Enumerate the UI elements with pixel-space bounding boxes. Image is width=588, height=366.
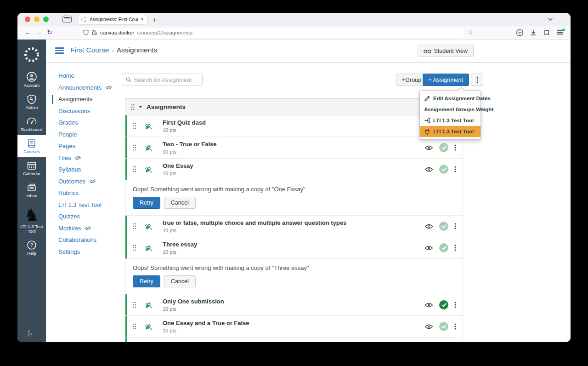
assignment-title[interactable]: One Essay <box>163 162 193 170</box>
assignment-title[interactable]: Two - True or False <box>163 141 217 148</box>
drag-handle-icon[interactable] <box>131 104 135 110</box>
visibility-eye-icon[interactable] <box>424 223 433 229</box>
visibility-eye-icon[interactable] <box>424 145 433 151</box>
visibility-eye-icon[interactable] <box>424 166 433 172</box>
course-nav-item[interactable]: Collaborations <box>58 234 127 246</box>
assignment-row[interactable]: Only One submission 10 pts <box>125 294 463 316</box>
course-nav-item[interactable]: Modules <box>58 223 127 234</box>
sidebar-item-account[interactable]: Account <box>17 68 46 91</box>
course-nav-item[interactable]: Home <box>58 70 127 82</box>
downloads-icon[interactable] <box>530 29 537 36</box>
collapse-group-caret-icon[interactable] <box>139 106 142 108</box>
course-nav-item[interactable]: Settings <box>58 246 127 258</box>
sidebar-item-calendar[interactable]: Calendar <box>17 157 46 179</box>
assignment-row[interactable]: true or false, multiple choice and multi… <box>125 216 463 237</box>
course-nav-item[interactable]: LTI 1.3 Test Tool <box>58 199 127 211</box>
bookmark-star-icon[interactable]: ☆ <box>468 29 473 36</box>
course-nav-item[interactable]: Syllabus <box>58 164 127 176</box>
drag-handle-icon[interactable] <box>133 166 136 172</box>
list-tabs-chevron-icon[interactable] <box>548 17 553 22</box>
row-kebab-icon[interactable] <box>454 144 456 151</box>
add-assignment-button[interactable]: + Assignment <box>423 74 469 86</box>
sidebar-item-inbox[interactable]: Inbox <box>17 179 46 201</box>
assignment-title[interactable]: Only One submission <box>163 298 224 305</box>
course-menu-icon[interactable] <box>55 47 64 54</box>
retry-button[interactable]: Retry <box>133 197 160 209</box>
course-nav-item[interactable]: Files <box>58 152 127 164</box>
published-check-icon[interactable] <box>439 165 448 174</box>
assignment-title[interactable]: Three essay <box>163 241 197 248</box>
close-window-button[interactable] <box>25 17 30 22</box>
reload-icon[interactable]: ↻ <box>44 29 55 36</box>
assignment-title[interactable]: One Essay and a True or False <box>163 320 249 327</box>
sidebar-item-help[interactable]: ? Help <box>17 237 46 259</box>
collapse-nav-button[interactable]: |← <box>17 326 46 342</box>
search-input[interactable] <box>134 77 198 83</box>
visibility-eye-icon[interactable] <box>424 245 433 251</box>
drag-handle-icon[interactable] <box>133 245 136 251</box>
published-check-icon[interactable] <box>439 222 448 231</box>
assignment-title[interactable]: true or false, multiple choice and multi… <box>163 219 346 227</box>
menu-item-edit-assignment-dates[interactable]: Edit Assignment Dates <box>420 93 481 104</box>
retry-button[interactable]: Retry <box>133 275 160 287</box>
published-check-icon[interactable] <box>439 300 448 309</box>
search-box[interactable] <box>122 74 203 86</box>
row-kebab-icon[interactable] <box>454 245 456 251</box>
sidebar-item-lti-tool[interactable]: ♞ LTI 1.3 Test Tool <box>17 201 46 237</box>
course-nav-item[interactable]: Grades <box>58 117 127 129</box>
published-check-icon[interactable] <box>439 243 448 252</box>
breadcrumb-course-link[interactable]: First Course <box>70 46 109 54</box>
drag-handle-icon[interactable] <box>133 223 136 229</box>
drag-handle-icon[interactable] <box>133 323 136 330</box>
app-menu-icon[interactable] <box>557 30 563 35</box>
course-nav-item[interactable]: Outcomes <box>58 176 127 188</box>
cancel-button[interactable]: Cancel <box>164 197 196 209</box>
published-check-icon[interactable] <box>439 322 448 331</box>
shield-permissions-icon[interactable] <box>83 29 89 35</box>
course-nav-item[interactable]: Quizzes <box>58 211 127 223</box>
assignment-options-kebab-button[interactable] <box>471 74 483 86</box>
firefox-view-icon[interactable] <box>62 16 72 23</box>
drag-handle-icon[interactable] <box>133 144 136 151</box>
assignment-row[interactable]: One Essay and a True or False 10 pts <box>125 316 463 337</box>
sidebar-item-dashboard[interactable]: Dashboard <box>17 113 46 135</box>
course-nav-item[interactable]: People <box>58 129 127 141</box>
menu-item-lti-test-tool-1[interactable]: LTI 1.3 Test Tool <box>420 115 481 126</box>
assignment-group-header[interactable]: Assignments <box>125 99 463 115</box>
assignment-row[interactable]: Matching 10 pts <box>125 337 463 342</box>
row-kebab-icon[interactable] <box>454 223 456 229</box>
menu-item-lti-test-tool-2[interactable]: LTI 1.3 Test Tool <box>420 126 481 137</box>
row-kebab-icon[interactable] <box>454 166 456 172</box>
extensions-icon[interactable] <box>543 29 550 36</box>
course-nav-item[interactable]: Discussions <box>58 105 127 117</box>
tab-close-icon[interactable]: × <box>141 16 144 23</box>
row-kebab-icon[interactable] <box>454 302 456 308</box>
drag-handle-icon[interactable] <box>133 123 136 129</box>
assignment-row[interactable]: Three essay 10 pts <box>125 237 463 259</box>
visibility-eye-icon[interactable] <box>424 302 433 308</box>
assignment-row[interactable]: First Quiz dasd 10 pts <box>125 115 463 137</box>
assignment-row[interactable]: Two - True or False 10 pts <box>125 137 463 159</box>
cancel-button[interactable]: Cancel <box>164 275 196 287</box>
sidebar-item-admin[interactable]: Admin <box>17 91 46 113</box>
published-check-icon[interactable] <box>439 143 448 152</box>
menu-item-assignment-groups-weight[interactable]: Assignment Groups Weight <box>420 104 481 115</box>
pocket-icon[interactable] <box>516 29 523 36</box>
traffic-lights[interactable] <box>25 17 49 22</box>
zoom-window-button[interactable] <box>43 17 49 22</box>
back-icon[interactable]: ← <box>22 29 33 36</box>
canvas-logo[interactable] <box>17 40 46 68</box>
insecure-lock-icon[interactable] <box>91 29 97 35</box>
course-nav-item[interactable]: Rubrics <box>58 187 127 199</box>
visibility-eye-icon[interactable] <box>424 324 433 330</box>
student-view-button[interactable]: Student View <box>418 45 474 57</box>
drag-handle-icon[interactable] <box>133 302 136 308</box>
minimize-window-button[interactable] <box>34 17 40 22</box>
assignment-title[interactable]: Matching <box>163 341 189 342</box>
course-nav-item[interactable]: Pages <box>58 140 127 152</box>
url-bar[interactable]: canvas.docker/courses/1/assignments <box>79 28 464 38</box>
assignment-title[interactable]: First Quiz dasd <box>163 119 206 126</box>
forward-icon[interactable]: → <box>33 29 44 36</box>
browser-tab[interactable]: Assignments: First Course × <box>78 14 147 24</box>
sidebar-item-courses[interactable]: Courses <box>17 135 46 157</box>
